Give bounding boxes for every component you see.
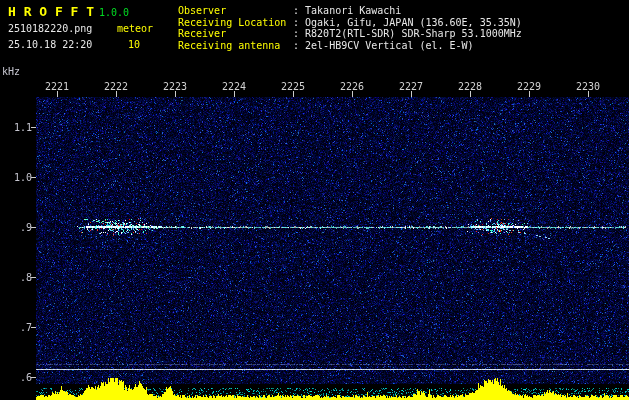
- freq-unit-label: kHz: [2, 66, 20, 77]
- spectrogram-display: [0, 0, 629, 400]
- time-tick-label: 2222: [104, 81, 128, 92]
- info-separator: :: [293, 40, 305, 51]
- freq-tick-label: .6: [6, 372, 32, 383]
- app-title: H R O F F T: [8, 4, 94, 19]
- info-row-observer: Observer: Takanori Kawachi: [178, 5, 522, 17]
- freq-tick-label: .9: [6, 222, 32, 233]
- hrofft-output-image: H R O F F T 1.0.0 2510182220.png meteor …: [0, 0, 629, 400]
- freq-tick-label: 1.0: [6, 172, 32, 183]
- info-label: Receiver: [178, 28, 293, 40]
- observation-mode: meteor: [117, 23, 153, 34]
- freq-tick-label: .7: [6, 322, 32, 333]
- station-info: Observer: Takanori Kawachi Receiving Loc…: [178, 5, 522, 51]
- info-label: Receiving antenna: [178, 40, 293, 52]
- output-filename: 2510182220.png: [8, 23, 92, 34]
- info-separator: :: [293, 5, 305, 16]
- time-tick-label: 2225: [281, 81, 305, 92]
- info-value: Ogaki, Gifu, JAPAN (136.60E, 35.35N): [305, 17, 522, 28]
- freq-tick-label: 1.1: [6, 122, 32, 133]
- time-tick-label: 2221: [45, 81, 69, 92]
- observation-duration: 10: [128, 39, 140, 50]
- time-tick-label: 2229: [517, 81, 541, 92]
- time-tick-label: 2230: [576, 81, 600, 92]
- time-tick-label: 2223: [163, 81, 187, 92]
- time-tick-label: 2228: [458, 81, 482, 92]
- info-value: R820T2(RTL-SDR) SDR-Sharp 53.1000MHz: [305, 28, 522, 39]
- time-tick-label: 2227: [399, 81, 423, 92]
- info-value: Takanori Kawachi: [305, 5, 401, 16]
- info-label: Observer: [178, 5, 293, 17]
- time-tick-label: 2226: [340, 81, 364, 92]
- info-row-antenna: Receiving antenna: 2el-HB9CV Vertical (e…: [178, 40, 522, 52]
- info-row-receiver: Receiver: R820T2(RTL-SDR) SDR-Sharp 53.1…: [178, 28, 522, 40]
- info-separator: :: [293, 28, 305, 39]
- freq-tick-label: .8: [6, 272, 32, 283]
- observation-datetime: 25.10.18 22:20: [8, 39, 92, 50]
- info-value: 2el-HB9CV Vertical (el. E-W): [305, 40, 474, 51]
- app-version: 1.0.0: [99, 7, 129, 18]
- info-separator: :: [293, 17, 305, 28]
- time-tick-label: 2224: [222, 81, 246, 92]
- info-label: Receiving Location: [178, 17, 293, 29]
- info-row-location: Receiving Location: Ogaki, Gifu, JAPAN (…: [178, 17, 522, 29]
